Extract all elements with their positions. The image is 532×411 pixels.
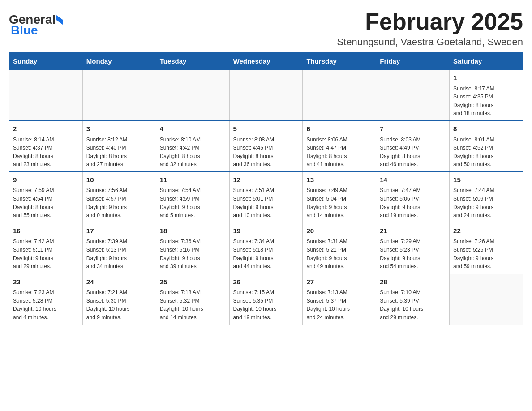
day-info: Sunrise: 7:21 AM Sunset: 5:30 PM Dayligh… — [86, 288, 152, 321]
day-cell: 1Sunrise: 8:17 AM Sunset: 4:35 PM Daylig… — [450, 70, 523, 121]
day-cell — [9, 70, 83, 121]
day-number: 5 — [233, 124, 299, 134]
day-number: 18 — [160, 226, 226, 236]
day-cell: 15Sunrise: 7:44 AM Sunset: 5:09 PM Dayli… — [450, 172, 523, 223]
day-info: Sunrise: 7:34 AM Sunset: 5:18 PM Dayligh… — [233, 237, 299, 270]
day-number: 9 — [13, 175, 79, 185]
day-cell: 24Sunrise: 7:21 AM Sunset: 5:30 PM Dayli… — [82, 274, 156, 325]
day-number: 26 — [233, 277, 299, 287]
day-number: 22 — [453, 226, 519, 236]
day-number: 1 — [453, 73, 519, 83]
week-row-5: 23Sunrise: 7:23 AM Sunset: 5:28 PM Dayli… — [9, 274, 523, 325]
day-cell: 14Sunrise: 7:47 AM Sunset: 5:06 PM Dayli… — [376, 172, 450, 223]
location-subtitle: Stenungsund, Vaestra Goetaland, Sweden — [337, 36, 523, 48]
day-info: Sunrise: 7:15 AM Sunset: 5:35 PM Dayligh… — [233, 288, 299, 321]
day-number: 25 — [160, 277, 226, 287]
day-info: Sunrise: 7:23 AM Sunset: 5:28 PM Dayligh… — [13, 288, 79, 321]
day-info: Sunrise: 7:29 AM Sunset: 5:23 PM Dayligh… — [380, 237, 446, 270]
day-number: 3 — [86, 124, 152, 134]
day-number: 27 — [306, 277, 372, 287]
day-number: 16 — [13, 226, 79, 236]
day-cell: 10Sunrise: 7:56 AM Sunset: 4:57 PM Dayli… — [82, 172, 156, 223]
day-number: 8 — [453, 124, 519, 134]
day-number: 11 — [160, 175, 226, 185]
day-cell — [376, 70, 450, 121]
day-info: Sunrise: 7:36 AM Sunset: 5:16 PM Dayligh… — [160, 237, 226, 270]
day-cell: 3Sunrise: 8:12 AM Sunset: 4:40 PM Daylig… — [82, 121, 156, 172]
day-number: 17 — [86, 226, 152, 236]
day-info: Sunrise: 7:51 AM Sunset: 5:01 PM Dayligh… — [233, 186, 299, 219]
day-cell: 26Sunrise: 7:15 AM Sunset: 5:35 PM Dayli… — [229, 274, 303, 325]
day-info: Sunrise: 7:13 AM Sunset: 5:37 PM Dayligh… — [306, 288, 372, 321]
calendar-table: Sunday Monday Tuesday Wednesday Thursday… — [9, 52, 523, 325]
day-info: Sunrise: 7:31 AM Sunset: 5:21 PM Dayligh… — [306, 237, 372, 270]
col-thursday: Thursday — [303, 53, 376, 70]
day-info: Sunrise: 7:44 AM Sunset: 5:09 PM Dayligh… — [453, 186, 519, 219]
day-cell — [82, 70, 156, 121]
day-cell — [450, 274, 523, 325]
day-cell: 6Sunrise: 8:06 AM Sunset: 4:47 PM Daylig… — [303, 121, 376, 172]
day-cell: 25Sunrise: 7:18 AM Sunset: 5:32 PM Dayli… — [156, 274, 229, 325]
col-wednesday: Wednesday — [229, 53, 303, 70]
day-cell: 12Sunrise: 7:51 AM Sunset: 5:01 PM Dayli… — [229, 172, 303, 223]
day-number: 23 — [13, 277, 79, 287]
day-number: 14 — [380, 175, 446, 185]
day-info: Sunrise: 8:12 AM Sunset: 4:40 PM Dayligh… — [86, 136, 152, 169]
day-cell: 17Sunrise: 7:39 AM Sunset: 5:13 PM Dayli… — [82, 223, 156, 274]
day-info: Sunrise: 8:14 AM Sunset: 4:37 PM Dayligh… — [13, 136, 79, 169]
day-cell: 2Sunrise: 8:14 AM Sunset: 4:37 PM Daylig… — [9, 121, 83, 172]
day-number: 24 — [86, 277, 152, 287]
day-info: Sunrise: 8:06 AM Sunset: 4:47 PM Dayligh… — [306, 136, 372, 169]
calendar-header-row: Sunday Monday Tuesday Wednesday Thursday… — [9, 53, 523, 70]
day-number: 7 — [380, 124, 446, 134]
day-info: Sunrise: 8:10 AM Sunset: 4:42 PM Dayligh… — [160, 136, 226, 169]
week-row-1: 1Sunrise: 8:17 AM Sunset: 4:35 PM Daylig… — [9, 70, 523, 121]
day-cell: 4Sunrise: 8:10 AM Sunset: 4:42 PM Daylig… — [156, 121, 229, 172]
day-cell: 22Sunrise: 7:26 AM Sunset: 5:25 PM Dayli… — [450, 223, 523, 274]
day-info: Sunrise: 7:56 AM Sunset: 4:57 PM Dayligh… — [86, 186, 152, 219]
day-info: Sunrise: 8:08 AM Sunset: 4:45 PM Dayligh… — [233, 136, 299, 169]
day-info: Sunrise: 7:54 AM Sunset: 4:59 PM Dayligh… — [160, 186, 226, 219]
day-cell: 5Sunrise: 8:08 AM Sunset: 4:45 PM Daylig… — [229, 121, 303, 172]
day-cell — [229, 70, 303, 121]
day-info: Sunrise: 7:47 AM Sunset: 5:06 PM Dayligh… — [380, 186, 446, 219]
col-tuesday: Tuesday — [156, 53, 229, 70]
day-cell: 7Sunrise: 8:03 AM Sunset: 4:49 PM Daylig… — [376, 121, 450, 172]
day-info: Sunrise: 7:18 AM Sunset: 5:32 PM Dayligh… — [160, 288, 226, 321]
day-info: Sunrise: 7:39 AM Sunset: 5:13 PM Dayligh… — [86, 237, 152, 270]
day-cell: 11Sunrise: 7:54 AM Sunset: 4:59 PM Dayli… — [156, 172, 229, 223]
col-saturday: Saturday — [450, 53, 523, 70]
day-cell: 18Sunrise: 7:36 AM Sunset: 5:16 PM Dayli… — [156, 223, 229, 274]
month-title: February 2025 — [337, 9, 523, 34]
day-info: Sunrise: 7:10 AM Sunset: 5:39 PM Dayligh… — [380, 288, 446, 321]
day-info: Sunrise: 8:01 AM Sunset: 4:52 PM Dayligh… — [453, 136, 519, 169]
col-monday: Monday — [82, 53, 156, 70]
day-number: 12 — [233, 175, 299, 185]
day-cell: 9Sunrise: 7:59 AM Sunset: 4:54 PM Daylig… — [9, 172, 83, 223]
day-info: Sunrise: 7:49 AM Sunset: 5:04 PM Dayligh… — [306, 186, 372, 219]
day-cell: 21Sunrise: 7:29 AM Sunset: 5:23 PM Dayli… — [376, 223, 450, 274]
day-cell: 16Sunrise: 7:42 AM Sunset: 5:11 PM Dayli… — [9, 223, 83, 274]
week-row-2: 2Sunrise: 8:14 AM Sunset: 4:37 PM Daylig… — [9, 121, 523, 172]
day-number: 2 — [13, 124, 79, 134]
day-cell — [156, 70, 229, 121]
day-info: Sunrise: 8:17 AM Sunset: 4:35 PM Dayligh… — [453, 85, 519, 118]
col-friday: Friday — [376, 53, 450, 70]
day-number: 19 — [233, 226, 299, 236]
day-cell: 8Sunrise: 8:01 AM Sunset: 4:52 PM Daylig… — [450, 121, 523, 172]
logo-text-blue: Blue — [11, 24, 38, 37]
day-info: Sunrise: 8:03 AM Sunset: 4:49 PM Dayligh… — [380, 136, 446, 169]
day-info: Sunrise: 7:42 AM Sunset: 5:11 PM Dayligh… — [13, 237, 79, 270]
day-info: Sunrise: 7:59 AM Sunset: 4:54 PM Dayligh… — [13, 186, 79, 219]
day-cell: 13Sunrise: 7:49 AM Sunset: 5:04 PM Dayli… — [303, 172, 376, 223]
day-number: 13 — [306, 175, 372, 185]
day-number: 4 — [160, 124, 226, 134]
day-cell: 23Sunrise: 7:23 AM Sunset: 5:28 PM Dayli… — [9, 274, 83, 325]
page-header: General Blue February 2025 Stenungsund, … — [9, 9, 523, 48]
day-cell: 28Sunrise: 7:10 AM Sunset: 5:39 PM Dayli… — [376, 274, 450, 325]
day-number: 10 — [86, 175, 152, 185]
day-cell: 19Sunrise: 7:34 AM Sunset: 5:18 PM Dayli… — [229, 223, 303, 274]
week-row-4: 16Sunrise: 7:42 AM Sunset: 5:11 PM Dayli… — [9, 223, 523, 274]
day-number: 28 — [380, 277, 446, 287]
logo: General Blue — [9, 9, 63, 37]
